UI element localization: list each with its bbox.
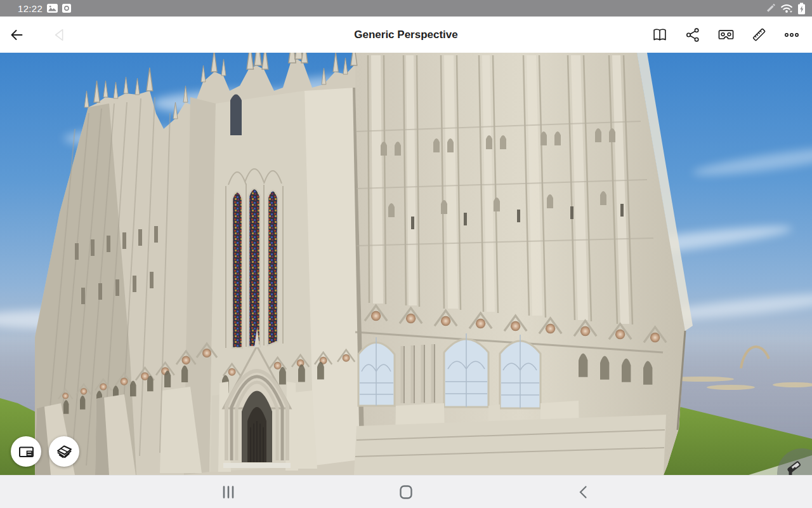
measure-ruler-icon — [750, 26, 768, 43]
back-icon — [577, 485, 591, 499]
walk-mode-icon — [780, 460, 807, 475]
vr-mode-button[interactable] — [709, 18, 742, 51]
image-notification-icon — [47, 4, 58, 13]
status-bar-right — [766, 3, 812, 15]
recent-apps-icon — [221, 485, 236, 500]
sheet-layout-icon — [18, 443, 35, 460]
back-button[interactable] — [0, 18, 33, 51]
page-title: Generic Perspective — [354, 29, 457, 41]
home-button[interactable] — [388, 478, 424, 506]
clock: 12:22 — [18, 3, 43, 14]
cathedral — [35, 53, 693, 475]
recent-apps-button[interactable] — [211, 478, 246, 506]
more-options-button[interactable] — [775, 18, 808, 51]
stylus-icon — [766, 3, 776, 13]
toolbar: Generic Perspective — [0, 17, 812, 53]
screen-record-notification-icon — [62, 4, 71, 13]
back-arrow-icon — [9, 27, 24, 43]
model-viewport[interactable] — [0, 53, 812, 475]
previous-view-icon — [51, 26, 69, 44]
sheet-layout-button[interactable] — [11, 436, 41, 467]
views-book-icon — [652, 27, 668, 43]
battery-charging-icon — [797, 3, 806, 15]
cathedral-3d-scene — [0, 53, 812, 475]
bimx-app-window: 12:22 — [0, 0, 812, 508]
stained-glass-windows — [232, 189, 278, 348]
views-button[interactable] — [643, 18, 676, 51]
share-button[interactable] — [676, 18, 709, 51]
status-bar: 12:22 — [0, 0, 812, 17]
wifi-icon — [780, 3, 793, 13]
previous-view-button[interactable] — [43, 18, 76, 51]
home-icon — [398, 485, 414, 500]
share-icon — [684, 27, 701, 43]
toolbar-actions — [643, 18, 812, 51]
model-stack-icon — [55, 443, 73, 460]
more-options-icon — [783, 27, 800, 43]
measure-button[interactable] — [742, 18, 775, 51]
status-bar-left: 12:22 — [0, 3, 71, 14]
model-stack-button[interactable] — [49, 436, 79, 467]
vr-cardboard-icon — [717, 26, 735, 43]
android-nav-bar — [0, 475, 812, 508]
back-nav-button[interactable] — [566, 478, 601, 506]
